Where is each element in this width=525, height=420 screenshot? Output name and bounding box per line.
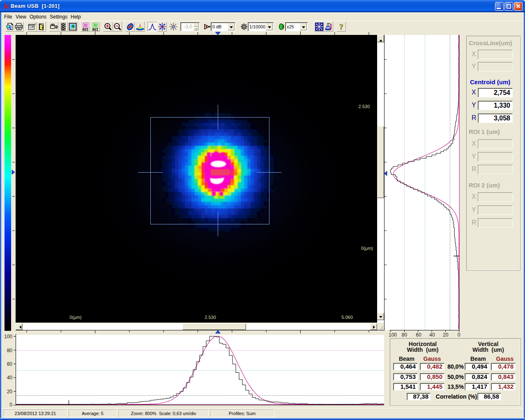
svg-text:20: 20 [7,389,13,395]
svg-text:60: 60 [7,361,13,367]
svg-text:80: 80 [7,348,13,353]
svg-text:5.060: 5.060 [341,315,353,320]
svg-text:80: 80 [402,332,408,338]
svg-text:0(µm): 0(µm) [361,246,373,251]
svg-text:2.530: 2.530 [358,104,370,109]
svg-text:?: ? [339,23,343,31]
svg-text:0: 0 [9,402,12,408]
svg-text:40: 40 [7,375,13,381]
svg-text:ROI: ROI [92,28,98,31]
svg-text:100: 100 [4,334,12,339]
svg-text:40: 40 [429,332,435,338]
svg-text:2.530: 2.530 [205,315,216,320]
svg-text:60: 60 [416,332,421,338]
svg-text:0(µm): 0(µm) [70,315,82,320]
svg-text:100: 100 [389,332,397,338]
svg-text:20: 20 [443,332,449,338]
svg-text:ROI: ROI [82,28,88,31]
svg-text:0: 0 [458,332,461,338]
